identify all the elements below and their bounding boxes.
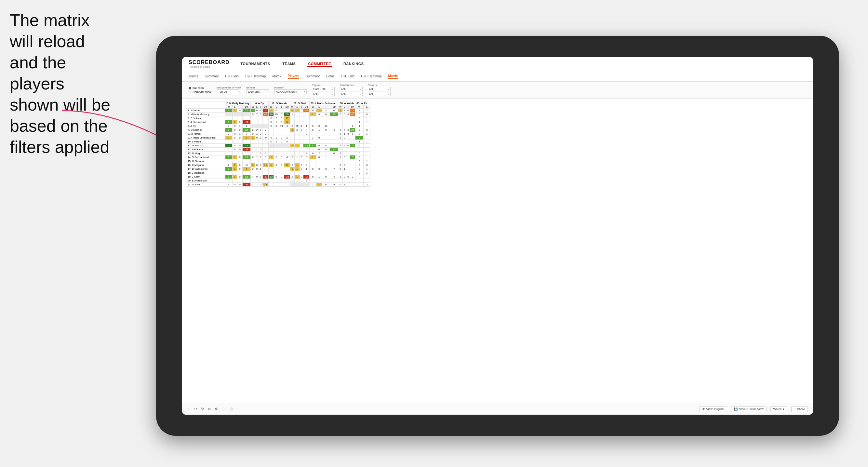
cell: 0 [355, 136, 364, 140]
cell: 0 [255, 136, 258, 140]
conference-select-wrapper[interactable]: (All) [340, 87, 363, 91]
col-header-4: 21. O Stoll [290, 101, 310, 105]
refresh-icon[interactable]: ↻ [201, 407, 204, 411]
subnav-teams[interactable]: Teams [189, 74, 198, 79]
cell: 18 [242, 128, 250, 132]
redo-icon[interactable]: ↪ [194, 407, 197, 411]
conference-select[interactable]: (All) [340, 87, 363, 91]
cell: 1 [274, 136, 279, 140]
cell: 0 [238, 120, 243, 124]
cell [322, 171, 330, 175]
table-row: 5. A Nomrowski 3 1 0 -11 0 1 0 [186, 120, 370, 124]
cell: 0 [300, 163, 303, 167]
cell [330, 132, 338, 136]
cell: 11 [262, 163, 269, 167]
zoom-icon[interactable]: ⊕ [208, 407, 211, 411]
full-view-radio[interactable] [189, 87, 191, 89]
nav-rankings[interactable]: RANKINGS [342, 61, 365, 67]
max-players-select[interactable]: Top 25 [217, 89, 239, 94]
table-row: 9. A Maria Jimenez Rios 1 0 0 8 1 0 0 -9… [186, 136, 370, 140]
cell [330, 163, 338, 167]
matrix-container[interactable]: 2. M Kelly Mulcahy 6. A Dy 11. G Woods 2… [182, 98, 813, 403]
share-button[interactable]: ⤴ Share [791, 406, 808, 412]
cell [350, 171, 355, 175]
gender-select-wrapper[interactable]: Women's [246, 89, 269, 94]
cell [342, 152, 346, 155]
subnav-players[interactable]: Players [288, 73, 300, 79]
cell: 2 [355, 128, 364, 132]
cell [255, 120, 258, 124]
cell: 0 [259, 183, 262, 187]
sh-w4: W [290, 105, 294, 108]
conference-sub-select-wrapper[interactable]: (All) [340, 92, 363, 96]
table-row: 20. E Andersson [186, 179, 370, 183]
subnav-summary1[interactable]: Summary [205, 74, 219, 79]
subnav-h2hheatmap1[interactable]: H2H Heatmap [245, 74, 266, 79]
full-view-option[interactable]: Full View [189, 87, 211, 90]
cell [316, 132, 322, 136]
logo-area: SCOREBOARD Powered by clippd [189, 60, 229, 68]
cell [259, 179, 262, 183]
undo-icon[interactable]: ↩ [187, 407, 190, 411]
watch-button[interactable]: Watch ▾ [770, 406, 787, 412]
subnav-h2hgrid1[interactable]: H2H Grid [225, 74, 239, 79]
compact-view-radio[interactable] [189, 91, 191, 93]
cell [338, 117, 343, 120]
cell [259, 117, 262, 120]
view-original-button[interactable]: 👁 View: Original [699, 406, 727, 412]
sh-l4: L [294, 105, 300, 108]
clock-icon[interactable]: ⏱ [230, 407, 234, 411]
subnav-matrix2[interactable]: Matrix [388, 73, 398, 79]
cell: 50 [284, 113, 290, 117]
nav-committee[interactable]: COMMITTEE [307, 61, 332, 67]
cell: 0 [310, 124, 316, 128]
save-custom-view-button[interactable]: 💾 Save Custom View [731, 406, 767, 412]
region-select-wrapper[interactable]: East - DII [312, 87, 335, 91]
cell [251, 144, 255, 148]
cell: 1 [294, 113, 300, 117]
matrix-header-player [186, 101, 225, 108]
players-select[interactable]: (All) [368, 87, 391, 91]
max-players-select-wrapper[interactable]: Top 25 [217, 89, 241, 94]
cell [330, 117, 338, 120]
subnav-h2hheatmap2[interactable]: H2H Heatmap [361, 74, 381, 79]
region-sub-select[interactable]: (All) [312, 92, 335, 96]
cell: 0 [269, 120, 274, 124]
players-sub-select[interactable]: (All) [368, 92, 391, 96]
grid-icon[interactable]: ⊞ · [221, 407, 226, 411]
players-sub-select-wrapper[interactable]: (All) [368, 92, 391, 96]
cell [310, 117, 316, 120]
cell: 25 [330, 148, 338, 152]
players-select-wrapper[interactable]: (All) [368, 87, 391, 91]
cell [251, 179, 255, 183]
cell: 0 [355, 183, 364, 187]
cell: 0 [232, 183, 238, 187]
gender-select[interactable]: Women's [246, 89, 269, 94]
cell: 0 [290, 163, 294, 167]
cell: 0 [322, 113, 330, 117]
cell: 17 [284, 117, 290, 120]
cell: 10 [274, 113, 279, 117]
pan-icon[interactable]: ✥ [215, 407, 218, 411]
cell: 0 [255, 163, 258, 167]
subnav-detail[interactable]: Detail [326, 74, 335, 79]
conference-sub-select[interactable]: (All) [340, 92, 363, 96]
nav-tournaments[interactable]: TOURNAMENTS [239, 61, 272, 67]
cell [290, 159, 294, 163]
region-sub-select-wrapper[interactable]: (All) [312, 92, 335, 96]
subnav-matrix1[interactable]: Matrix [272, 74, 281, 79]
cell [269, 128, 274, 132]
subnav-summary2[interactable]: Summary [306, 74, 320, 79]
division-select[interactable]: NCAA Division II [274, 89, 307, 94]
cell [274, 171, 279, 175]
cell: 0 [310, 152, 316, 155]
cell [316, 171, 322, 175]
subnav-h2hgrid2[interactable]: H2H Grid [341, 74, 355, 79]
region-select[interactable]: East - DII [312, 87, 335, 91]
nav-teams[interactable]: TEAMS [281, 61, 297, 67]
cell: 17 [322, 144, 330, 148]
division-select-wrapper[interactable]: NCAA Division II [274, 89, 307, 94]
compact-view-option[interactable]: Compact View [189, 90, 211, 94]
cell: 0 [269, 140, 274, 144]
cell: 8 [303, 179, 310, 183]
